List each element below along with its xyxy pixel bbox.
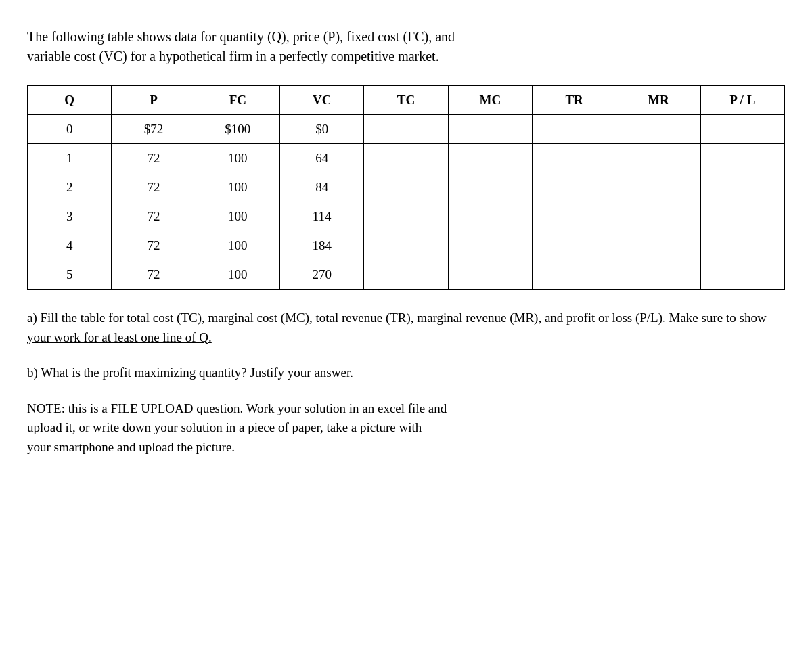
note-line1: NOTE: this is a FILE UPLOAD question. Wo… <box>27 401 447 415</box>
table-cell: 72 <box>112 173 196 202</box>
table-cell: 184 <box>279 231 363 260</box>
table-row: 572100270 <box>28 260 785 290</box>
table-body: 0$72$100$0172100642721008437210011447210… <box>28 115 785 290</box>
table-cell <box>364 115 448 144</box>
table-cell <box>364 231 448 260</box>
table-column-header: VC <box>279 86 363 115</box>
intro-paragraph: The following table shows data for quant… <box>27 27 785 66</box>
table-cell <box>616 260 700 290</box>
table-cell: 84 <box>279 173 363 202</box>
table-cell <box>532 115 616 144</box>
note-text: NOTE: this is a FILE UPLOAD question. Wo… <box>27 399 785 457</box>
table-cell <box>364 260 448 290</box>
table-column-header: TC <box>364 86 448 115</box>
table-cell <box>364 173 448 202</box>
table-column-header: Q <box>28 86 112 115</box>
table-cell: 100 <box>196 231 279 260</box>
question-b-text: b) What is the profit maximizing quantit… <box>27 363 785 383</box>
table-cell <box>532 231 616 260</box>
table-cell <box>616 115 700 144</box>
table-cell <box>616 231 700 260</box>
table-cell <box>448 231 532 260</box>
table-cell: 100 <box>196 202 279 231</box>
table-cell: $100 <box>196 115 279 144</box>
economics-table: QPFCVCTCMCTRMRP / L 0$72$100$01721006427… <box>27 85 785 290</box>
table-cell <box>700 115 784 144</box>
question-a-text: a) Fill the table for total cost (TC), m… <box>27 309 785 347</box>
table-cell <box>532 260 616 290</box>
table-cell <box>448 260 532 290</box>
table-cell <box>448 173 532 202</box>
question-a-before-underline: a) Fill the table for total cost (TC), m… <box>27 311 669 325</box>
table-column-header: TR <box>532 86 616 115</box>
table-cell <box>532 144 616 173</box>
intro-line1: The following table shows data for quant… <box>27 29 455 44</box>
table-cell: 72 <box>112 231 196 260</box>
table-cell: 2 <box>28 173 112 202</box>
table-cell <box>700 173 784 202</box>
table-cell <box>616 202 700 231</box>
table-cell: 72 <box>112 144 196 173</box>
table-row: 0$72$100$0 <box>28 115 785 144</box>
table-column-header: P <box>112 86 196 115</box>
table-cell <box>448 202 532 231</box>
note-line2: upload it, or write down your solution i… <box>27 420 422 434</box>
table-cell: $72 <box>112 115 196 144</box>
table-cell: 114 <box>279 202 363 231</box>
table-cell <box>616 144 700 173</box>
table-cell <box>532 173 616 202</box>
table-column-header: MC <box>448 86 532 115</box>
question-a-section: a) Fill the table for total cost (TC), m… <box>27 309 785 347</box>
table-cell <box>364 202 448 231</box>
table-cell <box>532 202 616 231</box>
table-cell: 72 <box>112 260 196 290</box>
table-cell: 270 <box>279 260 363 290</box>
table-cell: 3 <box>28 202 112 231</box>
table-cell: 100 <box>196 260 279 290</box>
table-row: 27210084 <box>28 173 785 202</box>
table-cell: 1 <box>28 144 112 173</box>
table-cell <box>364 144 448 173</box>
table-cell: 72 <box>112 202 196 231</box>
table-column-header: FC <box>196 86 279 115</box>
table-row: 372100114 <box>28 202 785 231</box>
data-table-container: QPFCVCTCMCTRMRP / L 0$72$100$01721006427… <box>27 85 785 290</box>
table-cell <box>448 115 532 144</box>
table-cell: 0 <box>28 115 112 144</box>
table-row: 17210064 <box>28 144 785 173</box>
note-section: NOTE: this is a FILE UPLOAD question. Wo… <box>27 399 785 457</box>
table-cell: 5 <box>28 260 112 290</box>
table-header-row: QPFCVCTCMCTRMRP / L <box>28 86 785 115</box>
intro-line2: variable cost (VC) for a hypothetical fi… <box>27 49 439 64</box>
table-column-header: P / L <box>700 86 784 115</box>
table-cell: 4 <box>28 231 112 260</box>
table-row: 472100184 <box>28 231 785 260</box>
table-cell: $0 <box>279 115 363 144</box>
table-cell: 64 <box>279 144 363 173</box>
table-cell <box>616 173 700 202</box>
table-cell <box>700 231 784 260</box>
note-line3: your smartphone and upload the picture. <box>27 440 235 454</box>
table-column-header: MR <box>616 86 700 115</box>
question-b-section: b) What is the profit maximizing quantit… <box>27 363 785 383</box>
table-cell <box>448 144 532 173</box>
table-cell: 100 <box>196 173 279 202</box>
table-cell <box>700 260 784 290</box>
table-cell: 100 <box>196 144 279 173</box>
table-cell <box>700 202 784 231</box>
table-cell <box>700 144 784 173</box>
